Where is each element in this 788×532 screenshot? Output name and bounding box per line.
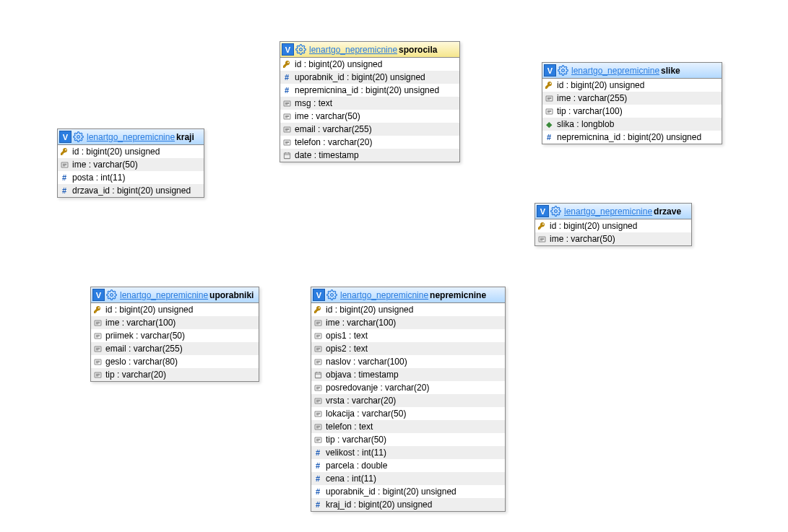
- column-label: email : varchar(255): [105, 344, 183, 354]
- text-column-icon: [313, 435, 323, 445]
- column-row[interactable]: priimek : varchar(50): [91, 329, 259, 342]
- table-header[interactable]: Vlenartgo_nepremicnine uporabniki: [91, 287, 259, 303]
- text-column-icon: [92, 344, 103, 354]
- column-row[interactable]: ime : varchar(255): [542, 92, 722, 105]
- table-kraji[interactable]: Vlenartgo_nepremicnine krajiid : bigint(…: [57, 128, 204, 198]
- primary-key-icon: [313, 305, 323, 315]
- gear-icon[interactable]: [73, 131, 84, 142]
- table-uporabniki[interactable]: Vlenartgo_nepremicnine uporabnikiid : bi…: [90, 287, 259, 382]
- column-row[interactable]: lokacija : varchar(50): [311, 407, 505, 420]
- column-row[interactable]: id : bigint(20) unsigned: [58, 145, 204, 158]
- column-row[interactable]: #uporabnik_id : bigint(20) unsigned: [311, 485, 505, 498]
- view-icon[interactable]: V: [537, 205, 549, 217]
- gear-icon[interactable]: [295, 44, 306, 55]
- text-column-icon: [313, 357, 323, 367]
- column-label: ime : varchar(50): [72, 160, 138, 170]
- schema-name-label[interactable]: lenartgo_nepremicnine: [571, 66, 659, 76]
- column-row[interactable]: msg : text: [280, 97, 459, 110]
- view-icon[interactable]: V: [92, 289, 105, 301]
- svg-point-61: [331, 294, 334, 297]
- column-row[interactable]: #velikost : int(11): [311, 446, 505, 459]
- schema-name-label[interactable]: lenartgo_nepremicnine: [120, 290, 208, 300]
- table-name-label: drzave: [654, 206, 681, 217]
- column-row[interactable]: tip : varchar(20): [91, 368, 259, 381]
- column-row[interactable]: id : bigint(20) unsigned: [542, 79, 722, 92]
- column-row[interactable]: geslo : varchar(80): [91, 355, 259, 368]
- svg-point-5: [300, 48, 303, 51]
- table-header[interactable]: Vlenartgo_nepremicnine nepremicnine: [311, 287, 505, 303]
- column-row[interactable]: #posta : int(11): [58, 171, 204, 184]
- text-column-icon: [313, 396, 323, 406]
- table-name-label: slike: [661, 66, 680, 76]
- numeric-column-icon: #: [59, 173, 69, 183]
- column-row[interactable]: #cena : int(11): [311, 472, 505, 485]
- view-icon[interactable]: V: [313, 289, 325, 301]
- column-row[interactable]: ime : varchar(50): [58, 158, 204, 171]
- gear-icon[interactable]: [326, 289, 337, 300]
- table-drzave[interactable]: Vlenartgo_nepremicnine drzaveid : bigint…: [534, 203, 692, 246]
- text-column-icon: [92, 331, 103, 341]
- column-row[interactable]: email : varchar(255): [280, 123, 459, 136]
- column-row[interactable]: telefon : varchar(20): [280, 136, 459, 149]
- table-sporocila[interactable]: Vlenartgo_nepremicnine sporocilaid : big…: [280, 41, 460, 162]
- column-row[interactable]: ime : varchar(100): [311, 316, 505, 329]
- column-row[interactable]: #parcela : double: [311, 459, 505, 472]
- text-column-icon: [282, 124, 292, 134]
- svg-point-35: [555, 210, 558, 213]
- column-label: id : bigint(20) unsigned: [295, 59, 382, 69]
- table-name-label: sporocila: [399, 45, 437, 55]
- schema-name-label[interactable]: lenartgo_nepremicnine: [309, 45, 397, 55]
- table-header[interactable]: Vlenartgo_nepremicnine slike: [542, 63, 722, 79]
- column-row[interactable]: #nepremicnina_id : bigint(20) unsigned: [542, 131, 722, 144]
- column-row[interactable]: objava : timestamp: [311, 368, 505, 381]
- column-row[interactable]: id : bigint(20) unsigned: [311, 303, 505, 316]
- column-row[interactable]: naslov : varchar(100): [311, 355, 505, 368]
- view-icon[interactable]: V: [59, 131, 72, 143]
- primary-key-icon: [59, 147, 69, 157]
- column-label: tip : varchar(20): [105, 370, 166, 380]
- table-slike[interactable]: Vlenartgo_nepremicnine slikeid : bigint(…: [542, 62, 722, 144]
- numeric-column-icon: #: [59, 186, 69, 196]
- schema-name-label[interactable]: lenartgo_nepremicnine: [87, 132, 175, 142]
- column-row[interactable]: ime : varchar(100): [91, 316, 259, 329]
- column-row[interactable]: #nepremicnina_id : bigint(20) unsigned: [280, 84, 459, 97]
- column-row[interactable]: vrsta : varchar(20): [311, 394, 505, 407]
- column-row[interactable]: ime : varchar(50): [535, 232, 691, 245]
- column-label: id : bigint(20) unsigned: [326, 305, 413, 315]
- view-icon[interactable]: V: [282, 43, 294, 56]
- column-row[interactable]: opis1 : text: [311, 329, 505, 342]
- gear-icon[interactable]: [558, 65, 568, 76]
- column-row[interactable]: id : bigint(20) unsigned: [280, 58, 459, 71]
- column-row[interactable]: tip : varchar(50): [311, 433, 505, 446]
- text-column-icon: [544, 93, 554, 103]
- column-row[interactable]: date : timestamp: [280, 149, 459, 162]
- table-header[interactable]: Vlenartgo_nepremicnine kraji: [58, 129, 204, 145]
- column-row[interactable]: posredovanje : varchar(20): [311, 381, 505, 394]
- gear-icon[interactable]: [106, 289, 117, 300]
- column-row[interactable]: #uporabnik_id : bigint(20) unsigned: [280, 71, 459, 84]
- column-label: id : bigint(20) unsigned: [557, 80, 644, 90]
- column-label: tip : varchar(100): [557, 106, 623, 116]
- table-nepremicnine[interactable]: Vlenartgo_nepremicnine nepremicnineid : …: [311, 287, 506, 512]
- schema-name-label[interactable]: lenartgo_nepremicnine: [564, 206, 652, 217]
- column-row[interactable]: ◆slika : longblob: [542, 118, 722, 131]
- column-label: opis1 : text: [326, 331, 368, 341]
- column-row[interactable]: ime : varchar(50): [280, 110, 459, 123]
- column-row[interactable]: #drzava_id : bigint(20) unsigned: [58, 184, 204, 197]
- table-header[interactable]: Vlenartgo_nepremicnine drzave: [535, 204, 691, 219]
- column-row[interactable]: id : bigint(20) unsigned: [91, 303, 259, 316]
- column-row[interactable]: id : bigint(20) unsigned: [535, 219, 691, 232]
- table-header[interactable]: Vlenartgo_nepremicnine sporocila: [280, 42, 459, 58]
- numeric-column-icon: #: [313, 487, 323, 497]
- column-label: cena : int(11): [326, 474, 376, 484]
- column-row[interactable]: email : varchar(255): [91, 342, 259, 355]
- column-row[interactable]: #kraj_id : bigint(20) unsigned: [311, 498, 505, 511]
- primary-key-icon: [282, 59, 292, 69]
- schema-name-label[interactable]: lenartgo_nepremicnine: [340, 290, 428, 300]
- column-row[interactable]: tip : varchar(100): [542, 105, 722, 118]
- view-icon[interactable]: V: [544, 64, 556, 77]
- column-row[interactable]: opis2 : text: [311, 342, 505, 355]
- column-row[interactable]: telefon : text: [311, 420, 505, 433]
- column-label: posta : int(11): [72, 173, 125, 183]
- gear-icon[interactable]: [550, 206, 561, 217]
